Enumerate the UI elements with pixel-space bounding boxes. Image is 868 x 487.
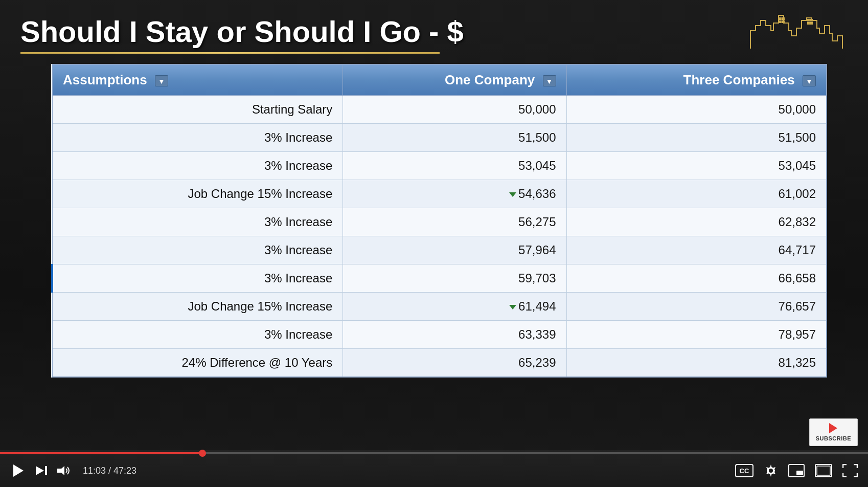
svg-rect-7	[811, 23, 812, 24]
assumption-cell: 3% Increase	[52, 264, 343, 292]
svg-rect-17	[796, 471, 803, 475]
table-row: 3% Increase63,33978,957	[52, 320, 827, 348]
table-row: 3% Increase59,70366,658	[52, 264, 827, 292]
table-row: Job Change 15% Increase54,63661,002	[52, 180, 827, 208]
table-wrapper: Assumptions ▼ One Company ▼ Three Compan…	[51, 64, 827, 445]
three-companies-cell: 64,717	[566, 236, 827, 264]
time-display: 11:03 / 47:23	[83, 466, 136, 476]
content-area: Should I Stay or Should I Go - $	[0, 0, 868, 450]
col-header-one-company: One Company ▼	[343, 64, 566, 96]
assumption-cell: 24% Difference @ 10 Years	[52, 348, 343, 377]
svg-marker-11	[57, 466, 64, 475]
col-header-three-companies: Three Companies ▼	[566, 64, 827, 96]
three-companies-cell: 78,957	[566, 320, 827, 348]
progress-fill	[0, 452, 202, 454]
svg-marker-8	[13, 464, 24, 477]
controls-bar: 11:03 / 47:23 CC	[0, 454, 868, 487]
assumption-cell: 3% Increase	[52, 320, 343, 348]
one-company-dropdown[interactable]: ▼	[543, 75, 556, 86]
title-underline	[20, 52, 440, 54]
fullscreen-button[interactable]	[842, 464, 858, 477]
svg-marker-9	[36, 466, 44, 475]
one-company-cell: 63,339	[343, 320, 566, 348]
svg-rect-3	[783, 21, 784, 23]
three-companies-cell: 62,832	[566, 208, 827, 236]
table-row: 24% Difference @ 10 Years65,23981,325	[52, 348, 827, 377]
volume-button[interactable]	[56, 465, 71, 476]
title-bar: Should I Stay or Should I Go - $	[20, 15, 848, 54]
one-company-cell: 54,636	[343, 180, 566, 208]
assumption-cell: 3% Increase	[52, 123, 343, 151]
assumption-cell: Job Change 15% Increase	[52, 180, 343, 208]
subscribe-play-icon	[829, 423, 837, 433]
one-company-cell: 59,703	[343, 264, 566, 292]
svg-rect-4	[808, 19, 809, 21]
table-row: 3% Increase56,27562,832	[52, 208, 827, 236]
right-controls: CC	[735, 463, 858, 478]
next-track-button[interactable]	[35, 464, 48, 477]
svg-rect-5	[811, 19, 812, 21]
one-company-cell: 56,275	[343, 208, 566, 236]
one-company-cell: 53,045	[343, 151, 566, 180]
assumption-cell: 3% Increase	[52, 208, 343, 236]
svg-point-15	[769, 469, 773, 473]
main-title: Should I Stay or Should I Go - $	[20, 15, 464, 48]
one-company-cell: 51,500	[343, 123, 566, 151]
assumption-cell: 3% Increase	[52, 236, 343, 264]
svg-rect-1	[783, 18, 784, 19]
three-companies-cell: 81,325	[566, 348, 827, 377]
one-company-cell: 57,964	[343, 236, 566, 264]
table-row: Starting Salary50,00050,000	[52, 95, 827, 123]
assumptions-dropdown[interactable]: ▼	[155, 75, 168, 86]
svg-rect-10	[45, 466, 47, 475]
three-companies-dropdown[interactable]: ▼	[803, 75, 816, 86]
one-company-cell: 61,494	[343, 292, 566, 320]
title-section: Should I Stay or Should I Go - $	[20, 15, 464, 54]
marker-icon	[509, 192, 516, 197]
three-companies-cell: 53,045	[566, 151, 827, 180]
subscribe-button[interactable]: SUBSCRIBE	[809, 418, 858, 446]
one-company-cell: 50,000	[343, 95, 566, 123]
three-companies-cell: 50,000	[566, 95, 827, 123]
one-company-cell: 65,239	[343, 348, 566, 377]
subscribe-label: SUBSCRIBE	[816, 435, 851, 441]
spreadsheet-table: Assumptions ▼ One Company ▼ Three Compan…	[51, 64, 827, 378]
cityscape-icon	[745, 10, 848, 51]
svg-rect-19	[817, 466, 830, 475]
marker-icon	[509, 305, 516, 309]
three-companies-cell: 76,657	[566, 292, 827, 320]
assumption-cell: Job Change 15% Increase	[52, 292, 343, 320]
table-row: Job Change 15% Increase61,49476,657	[52, 292, 827, 320]
theater-button[interactable]	[815, 464, 832, 477]
svg-rect-6	[808, 23, 809, 24]
miniplayer-button[interactable]	[788, 464, 805, 477]
three-companies-cell: 66,658	[566, 264, 827, 292]
svg-rect-0	[780, 18, 781, 19]
col-header-assumptions: Assumptions ▼	[52, 64, 343, 96]
progress-dot	[199, 450, 206, 457]
table-row: 3% Increase51,50051,500	[52, 123, 827, 151]
controls-area: 11:03 / 47:23 CC	[0, 450, 868, 487]
cc-button[interactable]: CC	[735, 464, 753, 477]
assumption-cell: Starting Salary	[52, 95, 343, 123]
play-button[interactable]	[10, 462, 27, 479]
table-row: 3% Increase53,04553,045	[52, 151, 827, 180]
svg-rect-2	[780, 21, 781, 23]
svg-text:CC: CC	[740, 467, 749, 475]
three-companies-cell: 61,002	[566, 180, 827, 208]
three-companies-cell: 51,500	[566, 123, 827, 151]
video-container: Should I Stay or Should I Go - $	[0, 0, 868, 487]
settings-button[interactable]	[764, 463, 778, 478]
progress-bar[interactable]	[0, 452, 868, 454]
assumption-cell: 3% Increase	[52, 151, 343, 180]
table-row: 3% Increase57,96464,717	[52, 236, 827, 264]
